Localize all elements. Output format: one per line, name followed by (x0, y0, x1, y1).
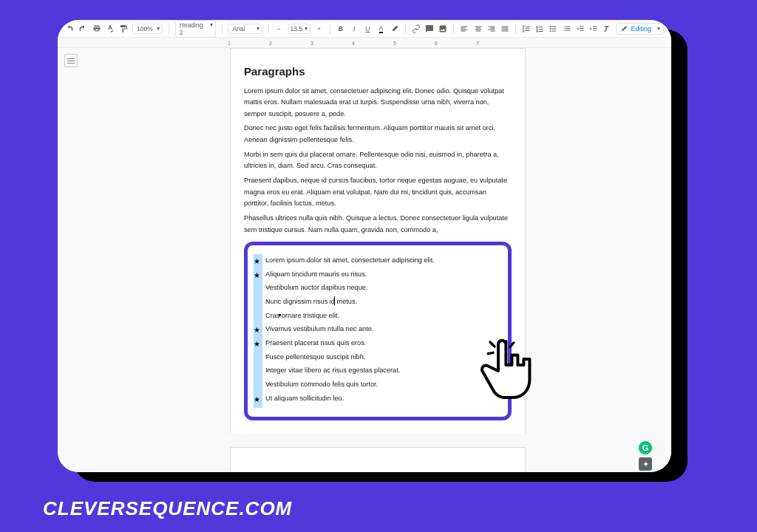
list-item[interactable]: Vivamus vestibulum ntulla nec ante. (254, 324, 498, 335)
toolbar: 100% Heading 2 Arial − 13.5 + B I U A (58, 20, 671, 38)
insert-link-icon[interactable] (412, 24, 421, 34)
decrease-indent-icon[interactable] (576, 24, 585, 34)
ruler-mark: 1 (228, 41, 231, 46)
ruler-mark: 7 (476, 41, 479, 46)
pencil-icon (621, 25, 628, 32)
ruler-mark: 4 (352, 41, 355, 46)
mode-button[interactable]: Editing (616, 23, 664, 35)
list-item[interactable]: Ut aliquam sollicitudin leo. (254, 393, 498, 405)
list-item[interactable]: Cras ornare tristique elit. (254, 310, 498, 322)
insert-comment-icon[interactable] (425, 24, 434, 34)
list-item[interactable]: Vestibulum auctor dapibus neque. (254, 282, 498, 294)
svg-point-1 (550, 28, 551, 30)
document-outline-icon[interactable] (64, 54, 78, 67)
page-1[interactable]: Paragraphs Lorem ipsum dolor sit amet, c… (230, 48, 526, 434)
list-item[interactable]: Praesent placerat risus quis eros. (254, 338, 498, 349)
spellcheck-icon[interactable] (106, 24, 115, 34)
align-center-icon[interactable] (473, 24, 482, 34)
page-2[interactable]: Cras iaculis ultricies nulla. Donec quis… (230, 447, 526, 472)
list-item[interactable]: Lorem ipsum dolor sit amet, consectetuer… (254, 255, 498, 267)
ruler-mark: 3 (310, 41, 313, 46)
grammarly-badge[interactable]: G (639, 441, 652, 454)
svg-point-0 (550, 26, 551, 27)
list-item[interactable]: Aliquam tincidunt mauris eu risus. (254, 269, 498, 281)
list-item[interactable]: Vestibulum commodo felis quis tortor. (254, 379, 498, 391)
body-paragraph: Lorem ipsum dolor sit amet, consectetuer… (244, 86, 512, 120)
checklist-icon[interactable] (535, 24, 544, 34)
body-paragraph: Donec nec justo eget felis facilisis fer… (244, 123, 512, 146)
redo-icon[interactable] (78, 24, 87, 34)
highlight-color-icon[interactable] (390, 24, 399, 34)
font-select[interactable]: Arial (228, 24, 262, 34)
list-item[interactable]: Integer vitae libero ac risus egestas pl… (254, 365, 498, 377)
ruler-mark: 6 (435, 41, 438, 46)
underline-icon[interactable]: U (363, 24, 372, 34)
ruler-mark: 2 (269, 41, 272, 46)
insert-image-icon[interactable] (438, 24, 447, 34)
body-paragraph: Praesent dapibus, neque id cursus faucib… (244, 175, 512, 210)
body-paragraph: Morbi in sem quis dui placerat ornare. P… (244, 149, 512, 172)
document-canvas[interactable]: Paragraphs Lorem ipsum dolor sit amet, c… (84, 48, 671, 472)
align-left-icon[interactable] (460, 24, 469, 34)
google-docs-window: 100% Heading 2 Arial − 13.5 + B I U A (58, 20, 671, 472)
numbered-list-icon[interactable] (563, 24, 571, 34)
list-item[interactable]: Fusce pellentesque suscipit nibh. (254, 352, 498, 364)
paint-format-icon[interactable] (119, 24, 128, 34)
list-item[interactable]: Nunc dignissim risus id metus. (254, 296, 498, 308)
align-justify-icon[interactable] (500, 24, 509, 34)
explore-button[interactable]: ✦ (639, 457, 652, 471)
font-size-input[interactable]: 13.5 (288, 24, 310, 34)
undo-icon[interactable] (65, 24, 74, 34)
line-spacing-icon[interactable] (522, 24, 531, 34)
clear-formatting-icon[interactable] (602, 24, 611, 34)
italic-icon[interactable]: I (350, 24, 359, 34)
watermark: CLEVERSEQUENCE.COM (43, 497, 292, 520)
text-color-icon[interactable]: A (376, 24, 385, 34)
bold-icon[interactable]: B (336, 24, 345, 34)
body-paragraph: Phasellus ultrices nulla quis nibh. Quis… (244, 213, 512, 236)
paragraph-style-select[interactable]: Heading 2 (175, 20, 216, 38)
svg-point-2 (550, 30, 551, 32)
increase-indent-icon[interactable] (589, 24, 598, 34)
bulleted-list-icon[interactable] (549, 24, 557, 34)
mode-label: Editing (631, 25, 651, 33)
caret-line: Nunc dignissim risus id metus. (265, 296, 357, 308)
decrease-font-icon[interactable]: − (274, 24, 283, 34)
selection-highlight: Lorem ipsum dolor sit amet, consectetuer… (244, 242, 512, 420)
align-right-icon[interactable] (487, 24, 496, 34)
heading-paragraphs: Paragraphs (244, 62, 512, 81)
ruler-mark: 5 (393, 41, 396, 46)
workspace: Paragraphs Lorem ipsum dolor sit amet, c… (58, 48, 671, 472)
zoom-select[interactable]: 100% (132, 24, 163, 34)
print-icon[interactable] (92, 24, 101, 34)
increase-font-icon[interactable]: + (315, 24, 324, 34)
left-sidebar (58, 48, 84, 472)
ruler[interactable]: 1 2 3 4 5 6 7 (58, 38, 671, 48)
